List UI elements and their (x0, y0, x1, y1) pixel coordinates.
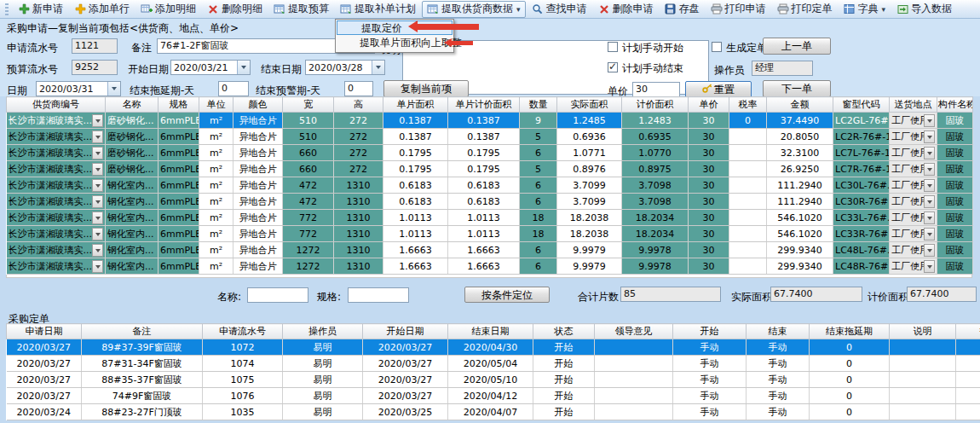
chevron-down-icon[interactable] (237, 61, 250, 74)
column-header[interactable]: 申请流水号 (203, 324, 283, 339)
cell[interactable]: 长沙市潇湘玻璃实... (7, 129, 106, 145)
end-date-combo[interactable]: 2020/03/28 (305, 60, 385, 75)
delay-field[interactable]: 0 (218, 81, 249, 96)
locate-spec-input[interactable] (348, 287, 409, 303)
cell[interactable]: 工厂使用 (890, 113, 937, 129)
cell[interactable]: 长沙市潇湘玻璃实... (7, 258, 106, 275)
import-data-button[interactable]: 导入数据 (891, 1, 957, 18)
unit-price-field[interactable]: 30 (632, 82, 680, 97)
next-order-button[interactable]: 下一单 (763, 80, 831, 97)
column-header[interactable]: 申请日期 (7, 324, 82, 339)
table-row[interactable]: 长沙市潇湘玻璃实...钢化室内...6mmPLE...m²异地合片4721310… (7, 177, 973, 194)
budget-no-field[interactable]: 9252 (72, 60, 118, 75)
reset-button[interactable]: 重置 (685, 81, 752, 98)
cell[interactable]: 长沙市潇湘玻璃实... (7, 161, 106, 177)
column-header[interactable]: 单位 (199, 97, 233, 113)
date-combo[interactable]: 2020/03/31 (36, 81, 121, 96)
cell[interactable]: 长沙市潇湘玻璃实... (7, 194, 106, 210)
table-row[interactable]: 长沙市潇湘玻璃实...磨砂钢化...6mmPLE...m²异地合片6602720… (7, 145, 973, 161)
table-row[interactable]: 长沙市潇湘玻璃实...钢化室内...6mmPLE...m²异地合片7721310… (7, 226, 973, 242)
table-row[interactable]: 长沙市潇湘玻璃实...磨砂钢化...6mmPLE...m²异地合片5102720… (7, 113, 973, 129)
chevron-down-icon[interactable] (92, 228, 103, 240)
extract-supplier-data-button[interactable]: 提取供货商数据▾ (422, 1, 526, 18)
save-button[interactable]: 存盘 (660, 1, 705, 18)
cell[interactable]: 工厂使用 (890, 210, 937, 226)
cell[interactable]: 长沙市潇湘玻璃实... (7, 242, 106, 258)
chevron-down-icon[interactable] (92, 195, 103, 208)
column-header[interactable]: 单价 (689, 97, 729, 113)
chevron-down-icon[interactable] (924, 163, 935, 176)
cell[interactable]: 工厂使用 (890, 177, 937, 194)
chevron-down-icon[interactable] (924, 212, 935, 224)
chevron-down-icon[interactable] (924, 228, 935, 240)
column-header[interactable]: 打印标志 (956, 324, 980, 339)
plan-manual-end-checkbox[interactable] (608, 62, 618, 72)
column-header[interactable]: 单片计价面积 (448, 97, 520, 113)
column-header[interactable]: 计价面积 (622, 97, 689, 113)
column-header[interactable]: 供货商编号 (7, 97, 106, 113)
previous-order-button[interactable]: 上一单 (763, 38, 831, 55)
column-header[interactable]: 单片面积 (383, 97, 448, 113)
chevron-down-icon[interactable] (924, 260, 935, 273)
chevron-down-icon[interactable] (924, 147, 935, 159)
column-header[interactable]: 高 (334, 97, 383, 113)
operator-field[interactable]: 经理 (752, 61, 813, 76)
cell[interactable]: 工厂使用 (890, 258, 937, 275)
column-header[interactable]: 结束 (747, 324, 810, 339)
chevron-down-icon[interactable] (924, 244, 935, 257)
delete-detail-button[interactable]: 删除明细 (202, 1, 268, 18)
column-header[interactable]: 开始 (673, 324, 747, 339)
copy-current-button[interactable]: 复制当前项 (383, 80, 469, 97)
column-header[interactable]: 构件名称 (937, 97, 973, 113)
warn-field[interactable]: 0 (344, 81, 373, 96)
cell[interactable]: 长沙市潇湘玻璃实... (7, 210, 106, 226)
new-request-button[interactable]: 新申请 (13, 1, 68, 18)
table-row[interactable]: 2020/03/2488#23-27F门顶玻1035易明2020/03/2520… (7, 404, 980, 420)
table-row[interactable]: 长沙市潇湘玻璃实...磨砂钢化...6mmPLE...m²异地合片6602720… (7, 161, 973, 177)
chevron-down-icon[interactable] (92, 212, 103, 224)
cell[interactable]: 工厂使用 (890, 194, 937, 210)
dictionary-button[interactable]: 字典▾ (839, 1, 891, 18)
column-header[interactable]: 送货地点 (890, 97, 937, 113)
chevron-down-icon[interactable] (107, 82, 120, 96)
table-row[interactable]: 长沙市潇湘玻璃实...磨砂钢化...6mmPLE...m²异地合片5102720… (7, 129, 973, 145)
column-header[interactable]: 名称 (106, 97, 159, 113)
chevron-down-icon[interactable] (92, 244, 103, 257)
column-header[interactable]: 金额 (767, 97, 833, 113)
column-header[interactable]: 宽 (283, 97, 334, 113)
chevron-down-icon[interactable] (924, 195, 935, 208)
table-row[interactable]: 长沙市潇湘玻璃实...钢化室内...6mmPLE...m²异地合片1272131… (7, 258, 973, 275)
chevron-down-icon[interactable] (92, 147, 103, 159)
cell[interactable]: 工厂使用 (890, 242, 937, 258)
column-header[interactable]: 税率 (729, 97, 767, 113)
cell[interactable]: 工厂使用 (890, 145, 937, 161)
column-header[interactable]: 颜色 (233, 97, 283, 113)
add-detail-button[interactable]: 添加明细 (135, 1, 201, 18)
menu-item-round-up-area[interactable]: 提取单片面积向上取整 (336, 36, 453, 51)
print-order-button[interactable]: 打印定单 (772, 1, 838, 18)
column-header[interactable]: 结束拖延期 (810, 324, 890, 339)
column-header[interactable]: 开始日期 (363, 324, 448, 339)
cell[interactable]: 工厂使用 (890, 161, 937, 177)
column-header[interactable]: 备注 (82, 324, 203, 339)
locate-name-input[interactable] (247, 287, 308, 303)
extract-budget-button[interactable]: 提取预算 (268, 1, 334, 18)
table-row[interactable]: 长沙市潇湘玻璃实...钢化室内...6mmPLE...m²异地合片7721310… (7, 210, 973, 226)
chevron-down-icon[interactable] (372, 61, 384, 74)
chevron-down-icon[interactable] (92, 260, 103, 273)
chevron-down-icon[interactable] (92, 130, 103, 143)
column-header[interactable]: 操作员 (283, 324, 363, 339)
print-request-button[interactable]: 打印申请 (706, 1, 771, 18)
find-request-button[interactable]: 查找申请 (527, 1, 592, 18)
cell[interactable]: 长沙市潇湘玻璃实... (7, 145, 106, 161)
table-row[interactable]: 长沙市潇湘玻璃实...钢化室内...6mmPLE...m²异地合片4721310… (7, 194, 973, 210)
column-header[interactable]: 领导意见 (595, 324, 673, 339)
table-row[interactable]: 2020/03/2774#9F窗固玻1076易明2020/03/272020/0… (7, 388, 980, 404)
table-row[interactable]: 长沙市潇湘玻璃实...钢化室内...6mmPLE...m²异地合片1272131… (7, 242, 973, 258)
column-header[interactable]: 结束日期 (448, 324, 533, 339)
cell[interactable]: 工厂使用 (890, 129, 937, 145)
chevron-down-icon[interactable] (92, 179, 103, 192)
chevron-down-icon[interactable] (92, 163, 103, 176)
request-no-field[interactable]: 1121 (72, 38, 118, 54)
table-row[interactable]: 2020/03/2788#35-37F窗固玻1075易明2020/03/2720… (7, 372, 980, 388)
